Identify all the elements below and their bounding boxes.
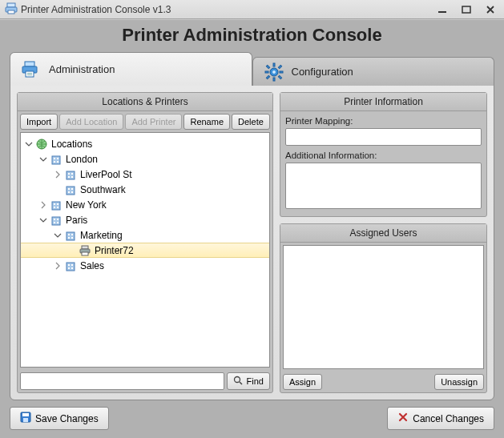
mapping-input[interactable] <box>285 128 482 146</box>
svg-rect-8 <box>27 73 32 74</box>
svg-rect-33 <box>71 188 73 190</box>
building-icon <box>64 168 77 181</box>
svg-rect-26 <box>67 171 75 179</box>
collapse-icon[interactable] <box>24 139 34 149</box>
svg-rect-25 <box>57 161 58 163</box>
tree-label: LiverPool St <box>80 169 132 180</box>
find-button[interactable]: Find <box>227 372 270 390</box>
locations-tree[interactable]: Locations London LiverPool St <box>20 132 270 368</box>
add-location-button[interactable]: Add Location <box>59 114 123 130</box>
locations-panel: Locations & Printers Import Add Location… <box>17 92 273 393</box>
assigned-users-list[interactable] <box>283 245 484 369</box>
svg-rect-56 <box>71 264 73 266</box>
find-input[interactable] <box>20 372 224 390</box>
collapse-icon[interactable] <box>38 215 48 225</box>
svg-rect-62 <box>22 413 29 416</box>
svg-rect-29 <box>68 176 70 178</box>
import-button[interactable]: Import <box>20 114 58 130</box>
building-icon <box>64 229 77 242</box>
building-icon <box>64 183 77 196</box>
svg-rect-43 <box>57 219 58 220</box>
svg-rect-40 <box>57 207 58 208</box>
svg-rect-63 <box>23 418 28 422</box>
svg-rect-5 <box>25 62 34 66</box>
app-icon <box>5 2 18 17</box>
tree-node-newyork[interactable]: New York <box>21 197 269 212</box>
building-icon <box>50 199 62 211</box>
svg-rect-54 <box>67 263 75 271</box>
printer-icon <box>79 244 91 257</box>
tabstrip: Administration Configuration <box>10 52 494 86</box>
svg-rect-34 <box>68 191 70 193</box>
additional-label: Additional Information: <box>285 151 482 160</box>
svg-rect-7 <box>26 71 34 77</box>
tree-node-liverpool[interactable]: LiverPool St <box>21 167 269 182</box>
svg-rect-28 <box>71 173 73 175</box>
additional-input[interactable] <box>285 163 482 209</box>
expand-icon[interactable] <box>53 261 62 271</box>
svg-rect-11 <box>273 63 275 66</box>
svg-rect-0 <box>7 3 15 7</box>
tab-administration-label: Administration <box>49 63 115 75</box>
building-icon <box>50 153 62 166</box>
tree-root-locations[interactable]: Locations <box>21 136 269 151</box>
tree-label: Printer72 <box>95 245 134 256</box>
tree-label: New York <box>66 199 107 211</box>
svg-rect-2 <box>8 10 14 14</box>
svg-rect-9 <box>27 74 32 75</box>
svg-rect-14 <box>280 71 283 73</box>
expand-icon[interactable] <box>38 200 48 210</box>
magnifier-icon <box>233 376 243 387</box>
svg-rect-58 <box>71 267 73 269</box>
tab-administration[interactable]: Administration <box>10 52 252 86</box>
svg-rect-48 <box>71 234 73 235</box>
page-title: Printer Administration Console <box>10 25 494 46</box>
svg-rect-17 <box>266 75 269 78</box>
svg-point-59 <box>234 377 240 383</box>
rename-button[interactable]: Rename <box>183 114 230 130</box>
tree-node-southwark[interactable]: Southwark <box>21 182 269 197</box>
svg-point-19 <box>272 70 276 74</box>
tab-configuration[interactable]: Configuration <box>252 57 495 86</box>
svg-rect-47 <box>68 234 70 235</box>
delete-button[interactable]: Delete <box>232 114 270 130</box>
collapse-icon[interactable] <box>38 155 48 164</box>
svg-rect-13 <box>265 71 268 73</box>
tree-label: Southwark <box>80 184 126 195</box>
printer-info-panel: Printer Information Printer Mapping: Add… <box>280 92 487 217</box>
add-printer-button[interactable]: Add Printer <box>125 114 182 130</box>
assign-button[interactable]: Assign <box>283 374 322 390</box>
tree-node-marketing[interactable]: Marketing <box>21 227 269 243</box>
footer: Save Changes Cancel Changes <box>10 400 494 430</box>
collapse-icon[interactable] <box>53 231 62 240</box>
svg-rect-57 <box>68 267 70 269</box>
tree-label: London <box>66 154 98 165</box>
maximize-button[interactable] <box>458 4 475 15</box>
tree-label: Marketing <box>80 230 123 241</box>
tree-node-sales[interactable]: Sales <box>21 258 269 273</box>
svg-rect-24 <box>54 161 55 163</box>
tree-node-london[interactable]: London <box>21 151 269 167</box>
gear-icon <box>263 61 285 83</box>
close-button[interactable] <box>482 4 499 15</box>
cancel-button[interactable]: Cancel Changes <box>387 407 494 430</box>
svg-rect-31 <box>67 187 75 195</box>
assigned-users-panel: Assigned Users Assign Unassign <box>280 223 487 393</box>
svg-rect-22 <box>54 158 55 159</box>
svg-rect-49 <box>68 237 70 239</box>
svg-rect-32 <box>68 188 70 190</box>
unassign-button[interactable]: Unassign <box>434 374 484 390</box>
find-button-label: Find <box>247 376 264 386</box>
locations-panel-title: Locations & Printers <box>18 93 272 111</box>
titlebar: Printer Administration Console v1.3 <box>0 0 504 19</box>
tree-node-printer72[interactable]: Printer72 <box>21 243 269 258</box>
building-icon <box>50 214 62 227</box>
svg-rect-15 <box>266 65 269 68</box>
tree-node-paris[interactable]: Paris <box>21 212 269 227</box>
svg-rect-46 <box>67 232 75 240</box>
save-button[interactable]: Save Changes <box>10 407 109 430</box>
minimize-button[interactable] <box>433 4 451 15</box>
svg-rect-30 <box>71 176 73 178</box>
window-title: Printer Administration Console v1.3 <box>21 4 171 15</box>
expand-icon[interactable] <box>53 170 62 179</box>
